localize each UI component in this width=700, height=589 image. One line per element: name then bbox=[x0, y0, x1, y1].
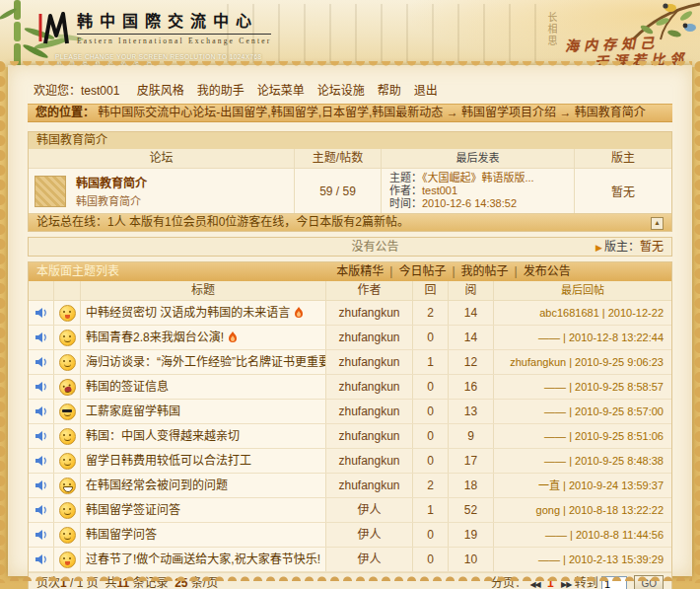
speaker-icon bbox=[35, 380, 48, 394]
arrow-right-icon: ▶ bbox=[595, 243, 602, 253]
thread-views: 10 bbox=[449, 548, 494, 571]
thread-table-header: 标题 作者 回 阅 最后回帖 bbox=[29, 281, 671, 301]
quick-link[interactable]: 今日帖子 bbox=[398, 264, 446, 278]
thread-title-link[interactable]: 韩国的签证信息 bbox=[86, 380, 169, 394]
speaker-icon bbox=[35, 405, 48, 418]
topnav-link[interactable]: 我的助手 bbox=[197, 84, 245, 98]
forum-description: 韩国教育简介 bbox=[76, 192, 147, 208]
thread-views: 19 bbox=[449, 523, 494, 547]
quick-link[interactable]: 本版精华 bbox=[336, 264, 384, 278]
forum-topics-posts: 59 / 59 bbox=[295, 169, 382, 213]
thread-views: 14 bbox=[449, 326, 494, 349]
thread-emoji-icon bbox=[59, 527, 76, 544]
thread-last-reply[interactable]: —— | 2010-8-8 11:44:56 bbox=[494, 523, 671, 547]
last-page-button[interactable]: ▶▶ bbox=[561, 580, 571, 589]
divider: | bbox=[515, 264, 518, 278]
topnav-links: 皮肤风格我的助手论坛菜单论坛设施帮助退出 bbox=[137, 84, 451, 98]
online-stats-bar: 论坛总在线：1人 本版有1位会员和0位游客在线，今日本版有2篇新帖。 ▴ bbox=[29, 213, 671, 231]
thread-title-link[interactable]: 中韩经贸密切 汉语成为韩国的未来语言 bbox=[86, 306, 290, 320]
thread-views: 9 bbox=[449, 424, 494, 448]
username: test001 bbox=[81, 84, 119, 98]
speaker-icon bbox=[35, 454, 48, 468]
thread-last-reply[interactable]: —— | 2010-12-8 13:22:44 bbox=[494, 326, 671, 349]
thread-author-link[interactable]: 伊人 bbox=[326, 498, 413, 522]
thread-last-reply[interactable]: —— | 2010-9-25 8:48:38 bbox=[494, 449, 671, 473]
thread-emoji-icon bbox=[57, 377, 77, 397]
thread-replies: 0 bbox=[413, 523, 449, 547]
thread-row: 韩国青春2.8来我烟台公演! zhufangkun 0 14 —— | 2010… bbox=[29, 326, 671, 350]
thread-views: 52 bbox=[449, 498, 494, 522]
quick-link[interactable]: 我的帖子 bbox=[461, 264, 509, 278]
thread-author-link[interactable]: 伊人 bbox=[326, 548, 413, 571]
last-author-link[interactable]: test001 bbox=[422, 184, 457, 196]
thread-author-link[interactable]: zhufangkun bbox=[326, 375, 413, 399]
thread-author-link[interactable]: zhufangkun bbox=[326, 326, 413, 349]
breadcrumb-current: 韩国教育简介 bbox=[575, 106, 646, 119]
thread-replies: 0 bbox=[413, 375, 449, 399]
thread-title-link[interactable]: 韩国留学问答 bbox=[86, 528, 157, 542]
thread-list-title: 本版面主题列表 bbox=[36, 262, 244, 281]
thread-title-link[interactable]: 过春节了!做个动画送给大家,祝大家春节快乐! bbox=[86, 552, 320, 566]
thread-list-body: 中韩经贸密切 汉语成为韩国的未来语言 zhufangkun 2 14 abc16… bbox=[29, 301, 671, 572]
thread-author-link[interactable]: zhufangkun bbox=[326, 400, 413, 423]
thread-author-link[interactable]: zhufangkun bbox=[326, 449, 413, 473]
thread-title-link[interactable]: 工薪家庭留学韩国 bbox=[86, 405, 180, 418]
thread-last-reply[interactable]: —— | 2010-9-25 8:58:57 bbox=[494, 375, 671, 399]
thread-emoji-icon bbox=[59, 428, 76, 445]
thread-author-link[interactable]: zhufangkun bbox=[326, 350, 413, 374]
col-header-title: 标题 bbox=[81, 281, 326, 300]
topnav-link[interactable]: 退出 bbox=[414, 84, 438, 98]
top-navbar: 欢迎您：test001 皮肤风格我的助手论坛菜单论坛设施帮助退出 bbox=[28, 79, 672, 104]
thread-title-link[interactable]: 留学日韩费用较低可以合法打工 bbox=[86, 454, 251, 468]
forum-name-link[interactable]: 韩国教育简介 bbox=[76, 177, 147, 190]
thread-replies: 0 bbox=[413, 548, 449, 571]
thread-replies: 0 bbox=[413, 400, 449, 423]
torn-edge-left bbox=[0, 59, 10, 583]
thread-author-link[interactable]: zhufangkun bbox=[326, 474, 413, 497]
breadcrumb-root-link[interactable]: 韩中国际交流中心论坛-出国留学,韩国留学,日本留学,韩国最新动态 bbox=[98, 106, 443, 119]
thread-title-link[interactable]: 韩国留学签证问答 bbox=[86, 503, 180, 517]
topnav-link[interactable]: 论坛设施 bbox=[317, 84, 365, 98]
col-header-topics: 主题/帖数 bbox=[295, 149, 382, 168]
topnav-link[interactable]: 论坛菜单 bbox=[257, 84, 305, 98]
first-page-button[interactable]: ◀◀ bbox=[529, 580, 539, 589]
thread-replies: 0 bbox=[413, 326, 449, 349]
thread-title-link[interactable]: 在韩国经常会被问到的问题 bbox=[86, 479, 228, 492]
thread-last-reply[interactable]: abc1681681 | 2010-12-22 15:55:41 bbox=[494, 301, 671, 325]
thread-last-reply[interactable]: —— | 2010-2-13 15:39:29 bbox=[494, 548, 671, 571]
thread-row: 韩国的签证信息 zhufangkun 0 16 —— | 2010-9-25 8… bbox=[29, 375, 671, 400]
topnav-link[interactable]: 帮助 bbox=[378, 84, 401, 98]
col-header-moderator: 版主 bbox=[575, 149, 671, 168]
quick-link[interactable]: 发布公告 bbox=[524, 264, 571, 278]
scroll-bottom-edge bbox=[8, 573, 692, 581]
scroll-top-edge bbox=[8, 61, 692, 69]
collapse-icon[interactable]: ▴ bbox=[651, 217, 664, 230]
thread-title-link[interactable]: 海归访谈录：“海外工作经验”比名牌证书更重要 bbox=[86, 355, 326, 369]
thread-emoji-icon bbox=[59, 453, 76, 470]
thread-title-link[interactable]: 韩国：中国人变得越来越亲切 bbox=[86, 429, 240, 443]
speaker-icon bbox=[35, 503, 48, 517]
thread-last-reply[interactable]: —— | 2010-9-25 8:51:06 bbox=[494, 424, 671, 448]
forum-moderator: 暂无 bbox=[575, 169, 671, 213]
thread-title-link[interactable]: 韩国青春2.8来我烟台公演! bbox=[86, 331, 224, 344]
thread-author-link[interactable]: zhufangkun bbox=[326, 424, 413, 448]
thread-emoji-icon bbox=[59, 354, 76, 371]
thread-views: 14 bbox=[449, 301, 494, 325]
online-stats-text: 论坛总在线：1人 本版有1位会员和0位游客在线，今日本版有2篇新帖。 bbox=[36, 214, 409, 231]
topnav-link[interactable]: 皮肤风格 bbox=[137, 84, 184, 98]
thread-last-reply[interactable]: —— | 2010-9-25 8:57:00 bbox=[494, 400, 671, 423]
forum-icon[interactable] bbox=[35, 176, 66, 207]
thread-last-reply[interactable]: zhufangkun | 2010-9-25 9:06:23 bbox=[494, 350, 671, 374]
speaker-icon bbox=[35, 528, 48, 542]
thread-emoji-icon bbox=[59, 478, 76, 494]
thread-emoji-icon bbox=[59, 330, 76, 346]
last-topic-link[interactable]: 《大国崛起》韩语版版... bbox=[422, 172, 534, 184]
thread-views: 12 bbox=[449, 350, 494, 374]
breadcrumb-category-link[interactable]: 韩国留学项目介绍 bbox=[461, 106, 556, 119]
col-header-forum: 论坛 bbox=[29, 149, 295, 168]
thread-last-reply[interactable]: gong | 2010-8-18 13:22:22 bbox=[494, 498, 671, 522]
thread-author-link[interactable]: zhufangkun bbox=[326, 301, 413, 325]
thread-author-link[interactable]: 伊人 bbox=[326, 523, 413, 547]
thread-row: 韩国：中国人变得越来越亲切 zhufangkun 0 9 —— | 2010-9… bbox=[29, 424, 671, 449]
thread-last-reply[interactable]: 一直 | 2010-9-24 13:59:37 bbox=[494, 474, 671, 497]
